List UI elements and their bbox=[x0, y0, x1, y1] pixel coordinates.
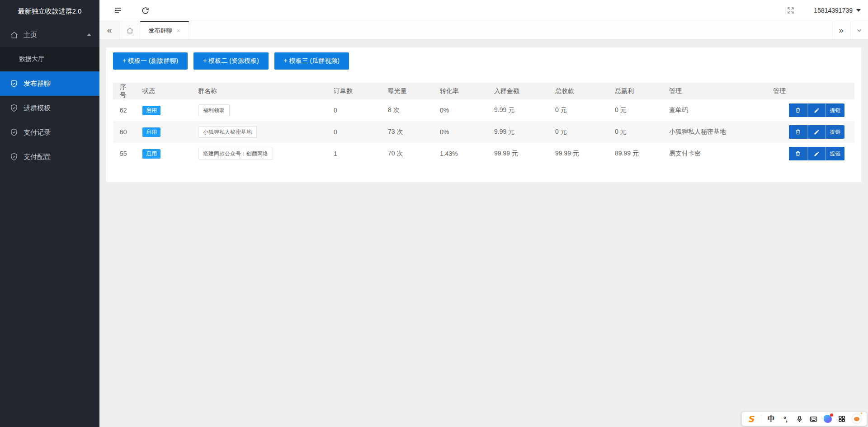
sidebar-item-publish-group[interactable]: 发布群聊 bbox=[0, 71, 99, 96]
sidebar-item-payment-config[interactable]: 支付配置 bbox=[0, 145, 99, 169]
trash-icon bbox=[795, 129, 801, 135]
col-header-exposure: 曝光量 bbox=[381, 83, 433, 99]
cell-conversion: 0% bbox=[433, 121, 487, 143]
group-name-button[interactable]: 福利领取 bbox=[198, 104, 230, 116]
sidebar-item-data-hall[interactable]: 数据大厅 bbox=[0, 47, 99, 71]
sidebar-item-label: 支付记录 bbox=[24, 128, 51, 137]
ime-toolbar: S 中 °, ✦ bbox=[741, 412, 867, 426]
delete-button[interactable] bbox=[789, 147, 807, 160]
shield-check-icon bbox=[10, 80, 19, 88]
pencil-icon bbox=[814, 151, 820, 157]
cell-exposure: 73 次 bbox=[381, 121, 433, 143]
get-link-button[interactable]: 提链 bbox=[826, 125, 844, 139]
microphone-icon[interactable] bbox=[795, 415, 803, 423]
cell-total-income: 0 元 bbox=[548, 99, 608, 121]
get-link-button[interactable]: 提链 bbox=[826, 103, 844, 117]
tabs-scroll-right-button[interactable]: » bbox=[832, 21, 850, 39]
edit-button[interactable] bbox=[807, 103, 826, 117]
emoji-assistant-icon[interactable]: ✦ bbox=[852, 414, 862, 424]
smart-assistant-icon[interactable] bbox=[824, 415, 832, 423]
col-header-join-amount: 入群金额 bbox=[487, 83, 548, 99]
col-header-manage: 管理 bbox=[662, 83, 766, 99]
close-icon[interactable]: × bbox=[176, 27, 180, 34]
cell-join-amount: 99.99 元 bbox=[487, 143, 548, 164]
tabs-scroll-left-button[interactable]: « bbox=[99, 21, 120, 39]
add-template3-button[interactable]: + 模板三 (瓜群视频) bbox=[274, 52, 349, 70]
cell-exposure: 70 次 bbox=[381, 143, 433, 164]
col-header-id: 序号 bbox=[113, 83, 136, 99]
shield-check-icon bbox=[10, 128, 19, 137]
group-name-button[interactable]: 小狐狸私人秘密基地 bbox=[198, 126, 257, 138]
add-template1-button[interactable]: + 模板一 (新版群聊) bbox=[113, 52, 188, 70]
table-header-row: 序号 状态 群名称 订单数 曝光量 转化率 入群金额 总收款 总赢利 管理 管理 bbox=[113, 83, 854, 99]
user-account-dropdown[interactable]: 15814391739 bbox=[814, 7, 863, 14]
apps-grid-icon[interactable] bbox=[838, 415, 846, 423]
delete-button[interactable] bbox=[789, 103, 807, 117]
tab-home[interactable] bbox=[120, 21, 140, 39]
user-phone: 15814391739 bbox=[814, 7, 853, 14]
cell-total-profit: 0 元 bbox=[608, 121, 662, 143]
sogou-logo-icon[interactable]: S bbox=[747, 414, 755, 424]
sidebar-item-payment-records[interactable]: 支付记录 bbox=[0, 120, 99, 145]
delete-button[interactable] bbox=[789, 125, 807, 139]
get-link-button[interactable]: 提链 bbox=[826, 147, 844, 160]
fullscreen-icon[interactable] bbox=[786, 5, 796, 15]
cell-total-income: 0 元 bbox=[548, 121, 608, 143]
group-name-button[interactable]: 搭建同款公众号：创颜网络 bbox=[198, 148, 273, 160]
chinese-mode-icon[interactable]: 中 bbox=[767, 414, 775, 424]
pencil-icon bbox=[814, 129, 820, 135]
cell-manage: 查单码 bbox=[662, 99, 766, 121]
refresh-icon[interactable] bbox=[140, 5, 150, 15]
app-window: 最新独立收款进群2.0 主页 数据大厅 发布群聊 进群模板 bbox=[0, 0, 868, 427]
template-buttons-row: + 模板一 (新版群聊) + 模板二 (资源模板) + 模板三 (瓜群视频) bbox=[113, 52, 854, 70]
table-row: 60 启用 小狐狸私人秘密基地 0 73 次 0% 9.99 元 0 元 0 元… bbox=[113, 121, 854, 143]
cell-orders: 0 bbox=[327, 121, 381, 143]
chevron-down-icon bbox=[856, 27, 863, 34]
row-actions: 提链 bbox=[789, 103, 844, 117]
sidebar-item-label: 支付配置 bbox=[24, 153, 51, 161]
cell-orders: 1 bbox=[327, 143, 381, 164]
cell-total-profit: 0 元 bbox=[608, 99, 662, 121]
caret-up-icon bbox=[87, 33, 91, 36]
main-area: 15814391739 « 发布群聊 × » + 模板一 ( bbox=[99, 0, 868, 427]
trash-icon bbox=[795, 107, 801, 113]
sidebar-item-label: 发布群聊 bbox=[24, 80, 51, 88]
divider bbox=[761, 415, 761, 423]
col-header-total-income: 总收款 bbox=[548, 83, 608, 99]
col-header-status: 状态 bbox=[136, 83, 191, 99]
sidebar-item-label: 数据大厅 bbox=[19, 55, 44, 63]
collapse-sidebar-icon[interactable] bbox=[113, 5, 123, 15]
cell-id: 55 bbox=[113, 143, 136, 164]
row-actions: 提链 bbox=[789, 125, 844, 139]
edit-button[interactable] bbox=[807, 125, 826, 139]
sparkle-icon: ✦ bbox=[859, 411, 863, 416]
cell-total-income: 99.99 元 bbox=[548, 143, 608, 164]
status-badge[interactable]: 启用 bbox=[142, 127, 160, 137]
edit-button[interactable] bbox=[807, 147, 826, 160]
top-bar: 15814391739 bbox=[99, 0, 868, 21]
shield-check-icon bbox=[10, 153, 19, 161]
cell-join-amount: 9.99 元 bbox=[487, 121, 548, 143]
sidebar-item-join-template[interactable]: 进群模板 bbox=[0, 96, 99, 120]
col-header-orders: 订单数 bbox=[327, 83, 381, 99]
punctuation-mode-icon[interactable]: °, bbox=[781, 415, 789, 423]
table-row: 62 启用 福利领取 0 8 次 0% 9.99 元 0 元 0 元 查单码 bbox=[113, 99, 854, 121]
assistant-blob-icon bbox=[824, 415, 832, 423]
tabs-menu-button[interactable] bbox=[850, 21, 868, 39]
cell-id: 60 bbox=[113, 121, 136, 143]
add-template2-button[interactable]: + 模板二 (资源模板) bbox=[193, 52, 268, 70]
sidebar-item-home[interactable]: 主页 bbox=[0, 23, 99, 47]
cell-manage: 小狐狸私人秘密基地 bbox=[662, 121, 766, 143]
col-header-conversion: 转化率 bbox=[433, 83, 487, 99]
row-actions: 提链 bbox=[789, 147, 844, 160]
tab-bar: « 发布群聊 × » bbox=[99, 21, 868, 40]
tab-label: 发布群聊 bbox=[148, 27, 172, 35]
sidebar-item-label: 主页 bbox=[24, 31, 37, 39]
virtual-keyboard-icon[interactable] bbox=[809, 415, 818, 423]
cell-exposure: 8 次 bbox=[381, 99, 433, 121]
tab-publish-group[interactable]: 发布群聊 × bbox=[140, 21, 189, 39]
cell-orders: 0 bbox=[327, 99, 381, 121]
status-badge[interactable]: 启用 bbox=[142, 149, 160, 159]
content-area: + 模板一 (新版群聊) + 模板二 (资源模板) + 模板三 (瓜群视频) 序… bbox=[99, 40, 868, 427]
status-badge[interactable]: 启用 bbox=[142, 106, 160, 115]
